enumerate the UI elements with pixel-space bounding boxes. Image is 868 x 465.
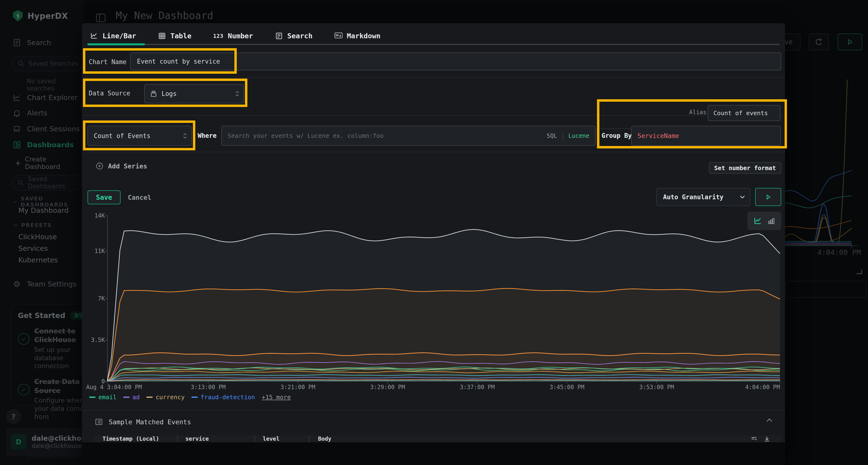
tab-line-bar[interactable]: Line/Bar [88, 28, 138, 43]
y-tick-label: 11K [88, 248, 105, 255]
tab-label: Table [170, 32, 191, 40]
where-label: Where [198, 132, 217, 139]
sql-toggle[interactable]: SQL [547, 133, 557, 139]
legend-item-fraud-detection[interactable]: fraud-detection [191, 394, 255, 401]
y-axis-labels: 03.5K7K11K14K [87, 215, 105, 381]
tab-markdown[interactable]: Markdown [332, 28, 383, 43]
column-header-service[interactable]: service [185, 436, 209, 442]
markdown-icon [334, 32, 342, 40]
legend-label: currency [156, 394, 184, 401]
y-tick-label: 14K [88, 212, 105, 219]
tab-label: Markdown [347, 32, 380, 40]
chevron-down-icon [740, 195, 745, 199]
column-separator[interactable] [254, 436, 255, 442]
document-icon [275, 32, 283, 40]
lucene-toggle[interactable]: Lucene [568, 133, 589, 139]
series-chart [107, 215, 780, 381]
legend-swatch [191, 397, 198, 398]
sample-matched-events-header[interactable]: Sample Matched Events [95, 418, 191, 426]
x-tick-label: 4:04:00 PM [745, 384, 780, 391]
column-header-timestamp-local-[interactable]: Timestamp (Local) [102, 436, 159, 442]
app-root: My New Dashboard Save 4:04:00 PM HyperDX… [0, 0, 868, 465]
granularity-select[interactable]: Auto Granularity [656, 188, 750, 206]
events-table-body [82, 442, 785, 465]
table-icon [158, 32, 166, 40]
download-icon[interactable] [763, 435, 771, 442]
legend-swatch [123, 397, 129, 398]
highlight-aggregation [83, 121, 195, 150]
tab-search[interactable]: Search [273, 28, 315, 43]
x-tick-label: 3:13:00 PM [191, 384, 226, 391]
legend-more-link[interactable]: +15 more [262, 394, 291, 401]
x-tick-label: 3:21:00 PM [280, 384, 315, 391]
collapse-section-button[interactable] [766, 418, 773, 422]
divider [82, 77, 785, 77]
x-tick-label: 3:53:00 PM [639, 384, 674, 391]
tabs-divider [88, 44, 779, 45]
legend-label: fraud-detection [200, 394, 255, 401]
legend-label: ad [132, 394, 140, 401]
column-header-level[interactable]: level [263, 436, 279, 442]
highlight-chart-name [83, 48, 237, 74]
x-tick-label: 3:29:00 PM [370, 384, 405, 391]
play-icon [765, 194, 772, 201]
tab-label: Search [287, 32, 313, 40]
x-tick-label: 3:37:00 PM [460, 384, 495, 391]
add-series-button[interactable]: Add Series [95, 162, 147, 170]
chart-legend: emailadcurrencyfraud-detection+15 more [89, 394, 291, 401]
where-input[interactable]: Search your events w/ Lucene ex. column:… [221, 126, 595, 146]
divider [82, 152, 785, 152]
circle-plus-icon [95, 162, 104, 170]
tab-label: Line/Bar [102, 32, 136, 40]
divider [82, 410, 785, 411]
tab-number[interactable]: 123Number [211, 28, 255, 43]
tab-label: Number [228, 32, 253, 40]
events-table-header: Timestamp (Local)servicelevelBody [94, 435, 781, 442]
legend-item-email[interactable]: email [89, 394, 117, 401]
legend-swatch [146, 397, 153, 398]
cancel-button[interactable]: Cancel [128, 194, 151, 201]
x-tick-label: 3:45:00 PM [550, 384, 585, 391]
column-separator[interactable] [177, 436, 178, 442]
column-header-body[interactable]: Body [318, 436, 331, 442]
chart-type-tabs: Line/BarTable123NumberSearchMarkdown [88, 28, 383, 43]
column-separator[interactable] [309, 436, 310, 442]
run-chart-button[interactable] [755, 188, 781, 206]
legend-item-ad[interactable]: ad [123, 394, 140, 401]
set-number-format-button[interactable]: Set number format [709, 162, 781, 174]
filter-icon[interactable] [750, 435, 757, 442]
legend-swatch [89, 397, 95, 398]
list-icon [95, 418, 103, 426]
highlight-data-source [83, 78, 247, 107]
line-chart-icon [90, 32, 98, 40]
save-button[interactable]: Save [88, 190, 121, 204]
y-tick-label: 7K [88, 295, 105, 302]
x-axis-labels: Aug 4 3:04:00 PM3:13:00 PM3:21:00 PM3:29… [107, 384, 780, 392]
tab-table[interactable]: Table [156, 28, 194, 43]
legend-label: email [98, 394, 117, 401]
highlight-group-by [597, 99, 787, 148]
x-tick-label: Aug 4 3:04:00 PM [86, 384, 142, 391]
active-tab-indicator [88, 43, 145, 45]
y-tick-label: 3.5K [88, 337, 105, 343]
123-icon: 123 [213, 33, 223, 39]
legend-item-currency[interactable]: currency [146, 394, 184, 401]
